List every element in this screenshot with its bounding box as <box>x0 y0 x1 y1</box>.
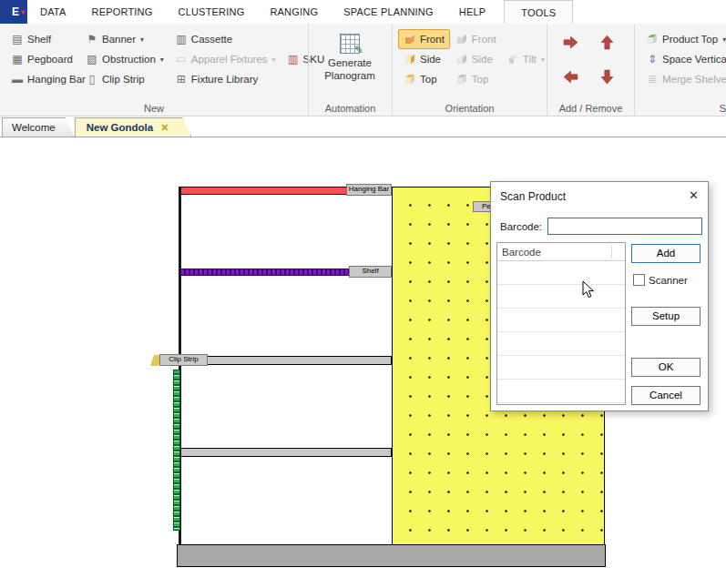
generate-planogram-button[interactable]: ✎ Generate Planogram <box>314 29 385 100</box>
document-tabs: Welcome New Gondola ✕ <box>0 117 726 137</box>
menu-item-ranging[interactable]: RANGING <box>257 0 331 24</box>
tilt-button[interactable]: Tilt ▾ <box>501 49 550 69</box>
arrow-up-icon <box>598 34 616 51</box>
group-label-automation: Automation <box>309 103 392 114</box>
remove-down-button[interactable] <box>595 64 619 89</box>
orientation-top-button[interactable]: Top <box>398 69 450 89</box>
barcode-list[interactable]: Barcode <box>496 242 626 405</box>
orientation-front-disabled-button[interactable]: Front <box>450 29 501 49</box>
scan-product-dialog: Scan Product ✕ Barcode: Barcode Add Scan… <box>490 181 709 411</box>
product-top-caret-icon: ▾ <box>722 35 726 44</box>
arrow-left-icon <box>562 68 579 86</box>
barcode-list-row[interactable] <box>497 285 625 309</box>
barcode-list-row[interactable] <box>497 309 625 332</box>
orientation-side-button[interactable]: Side <box>398 49 450 69</box>
ok-button[interactable]: OK <box>631 358 700 377</box>
tab-close-icon[interactable]: ✕ <box>160 122 169 134</box>
pencil-icon: ✎ <box>354 44 363 56</box>
product-top-button[interactable]: Product Top ▾ <box>640 29 726 49</box>
tab-new-gondola[interactable]: New Gondola ✕ <box>75 117 192 137</box>
ribbon-group-automation: ✎ Generate Planogram Automation <box>308 24 392 116</box>
menu-item-tools[interactable]: TOOLS <box>504 0 573 24</box>
group-label-add-remove: Add / Remove <box>547 103 634 114</box>
fixture-library-button[interactable]: ⊞ Fixture Library <box>169 69 306 89</box>
hanging-bar-icon: ▬ <box>11 73 24 86</box>
pegboard-icon: ▦ <box>11 53 24 66</box>
barcode-input[interactable] <box>547 218 702 235</box>
setup-button[interactable]: Setup <box>631 307 700 326</box>
scanner-checkbox-row[interactable]: Scanner <box>633 274 688 286</box>
cassette-button[interactable]: ▥ Cassette <box>169 29 306 49</box>
mouse-cursor-icon <box>582 280 596 299</box>
scanner-checkbox[interactable] <box>633 274 645 286</box>
barcode-list-row[interactable] <box>497 332 625 356</box>
dialog-close-icon[interactable]: ✕ <box>689 188 699 202</box>
apparel-fixtures-caret-icon: ▾ <box>272 56 276 64</box>
arrow-right-icon <box>562 34 579 51</box>
tilt-caret-icon: ▾ <box>541 56 545 64</box>
pegboard-button[interactable]: ▦ Pegboard <box>5 49 80 69</box>
space-vertically-icon: ⇕ <box>646 53 659 66</box>
obstruction-button[interactable]: ▨ Obstruction ▾ <box>80 49 169 69</box>
cancel-button[interactable]: Cancel <box>631 386 700 405</box>
menu-item-data[interactable]: DATA <box>27 0 79 24</box>
banner-icon: ⚑ <box>86 33 98 46</box>
group-label-orientation: Orientation <box>393 103 547 114</box>
cube-side-icon <box>404 53 416 66</box>
scanner-label: Scanner <box>649 275 688 286</box>
arrow-down-icon <box>598 68 616 86</box>
obstruction-icon: ▨ <box>86 53 98 66</box>
cube-front-gray-icon <box>455 33 468 46</box>
menu-item-help[interactable]: HELP <box>446 0 499 24</box>
cube-top-icon <box>404 73 416 86</box>
ribbon: ▤ Shelf ▦ Pegboard ▬ Hanging Bar ⚑ <box>0 24 726 117</box>
menu-item-space-planning[interactable]: SPACE PLANNING <box>331 0 446 24</box>
cube-front-icon <box>404 33 416 46</box>
add-button[interactable]: Add <box>631 244 700 263</box>
menu-item-clustering[interactable]: CLUSTERING <box>166 0 258 24</box>
clip-strip-fixture-label: Clip Strip <box>159 354 208 366</box>
hanging-bar-button[interactable]: ▬ Hanging Bar <box>5 69 80 89</box>
menu-bar: E ▾ DATA REPORTING CLUSTERING RANGING SP… <box>0 0 726 24</box>
add-up-button[interactable] <box>595 29 619 55</box>
barcode-list-row[interactable] <box>497 356 625 380</box>
orientation-side-disabled-button[interactable]: Side <box>450 49 501 69</box>
gondola-clip-strip[interactable] <box>173 370 180 531</box>
remove-left-button[interactable] <box>558 64 582 89</box>
apparel-fixtures-button[interactable]: ▭ Apparel Fixtures ▾ <box>169 49 281 69</box>
product-top-icon <box>646 33 659 46</box>
menu-item-reporting[interactable]: REPORTING <box>79 0 166 24</box>
ribbon-group-new: ▤ Shelf ▦ Pegboard ▬ Hanging Bar ⚑ <box>0 24 308 116</box>
orientation-top-disabled-button[interactable]: Top <box>450 69 501 89</box>
ribbon-group-orientation: Front Side Top Front <box>392 24 547 116</box>
gondola-shelf-upper[interactable] <box>180 356 392 365</box>
tab-welcome[interactable]: Welcome <box>2 117 75 137</box>
group-label-shelves: Sh <box>635 103 726 114</box>
ribbon-group-shelves: Product Top ▾ ⇕ Space Vertically ≣ Merge… <box>634 24 726 116</box>
orientation-front-button[interactable]: Front <box>398 29 450 49</box>
shelf-button[interactable]: ▤ Shelf <box>5 29 80 49</box>
file-menu-label: E <box>12 5 19 18</box>
group-label-new: New <box>0 103 308 114</box>
add-right-button[interactable] <box>558 29 582 55</box>
banner-button[interactable]: ⚑ Banner ▾ <box>80 29 169 49</box>
clip-strip-button[interactable]: ▯ Clip Strip <box>80 69 169 89</box>
merge-shelves-button[interactable]: ≣ Merge Shelves <box>640 69 726 89</box>
hanging-bar-fixture-label: Hanging Bar <box>346 184 392 196</box>
file-menu-button[interactable]: E ▾ <box>0 0 27 24</box>
cube-top-gray-icon <box>455 73 468 86</box>
tilt-icon <box>506 53 519 66</box>
gondola-shelf-lower[interactable] <box>180 448 392 457</box>
barcode-label: Barcode: <box>500 221 542 232</box>
shelf-fixture-label: Shelf <box>349 266 392 278</box>
planogram-canvas[interactable]: Hanging Bar Peg Shelf Clip Strip Scan Pr… <box>0 137 726 588</box>
apparel-fixtures-icon: ▭ <box>175 53 188 66</box>
gondola-base[interactable] <box>177 544 606 567</box>
banner-caret-icon: ▾ <box>140 35 144 44</box>
space-vertically-button[interactable]: ⇕ Space Vertically <box>640 49 726 69</box>
file-caret-icon: ▾ <box>21 8 25 16</box>
cube-side-gray-icon <box>455 53 468 66</box>
merge-shelves-icon: ≣ <box>646 73 659 86</box>
barcode-list-row[interactable] <box>497 261 625 285</box>
barcode-list-row[interactable] <box>497 380 625 403</box>
